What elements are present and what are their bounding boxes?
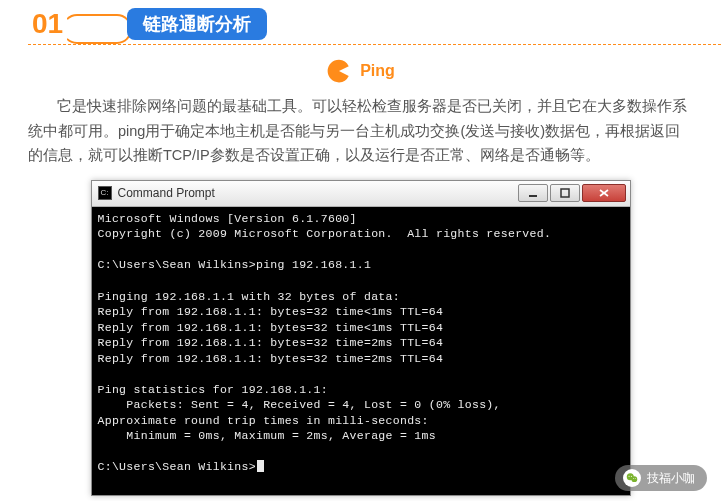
wechat-label: 技福小咖 xyxy=(647,470,695,487)
wechat-watermark: 技福小咖 xyxy=(615,465,707,491)
svg-point-7 xyxy=(631,476,632,477)
svg-rect-1 xyxy=(561,189,569,197)
svg-point-6 xyxy=(629,476,630,477)
window-title: Command Prompt xyxy=(118,186,518,200)
body-paragraph: 它是快速排除网络问题的最基础工具。可以轻松检查服务器是否已关闭，并且它在大多数操… xyxy=(0,84,721,176)
minimize-icon xyxy=(528,188,538,198)
header-circle-accent xyxy=(62,14,132,44)
window-titlebar: C: Command Prompt xyxy=(92,181,630,207)
close-button[interactable] xyxy=(582,184,626,202)
section-header: 01 链路通断分析 xyxy=(0,0,721,40)
header-dashed-line xyxy=(28,44,721,45)
svg-point-8 xyxy=(633,478,634,479)
svg-point-9 xyxy=(635,478,636,479)
maximize-button[interactable] xyxy=(550,184,580,202)
ping-label: Ping xyxy=(360,62,395,80)
svg-point-5 xyxy=(631,476,637,482)
cmd-system-icon: C: xyxy=(98,186,112,200)
minimize-button[interactable] xyxy=(518,184,548,202)
maximize-icon xyxy=(560,188,570,198)
ping-heading: Ping xyxy=(0,58,721,84)
svg-rect-0 xyxy=(529,195,537,197)
wechat-icon xyxy=(623,469,641,487)
window-control-buttons xyxy=(518,184,626,202)
section-title: 链路通断分析 xyxy=(127,8,267,40)
console-output: Microsoft Windows [Version 6.1.7600] Cop… xyxy=(92,207,630,495)
section-number: 01 xyxy=(28,8,67,40)
command-prompt-window: C: Command Prompt Microsoft Windows [Ver… xyxy=(91,180,631,496)
close-icon xyxy=(598,188,610,198)
text-cursor xyxy=(257,460,264,472)
pacman-icon xyxy=(326,58,352,84)
